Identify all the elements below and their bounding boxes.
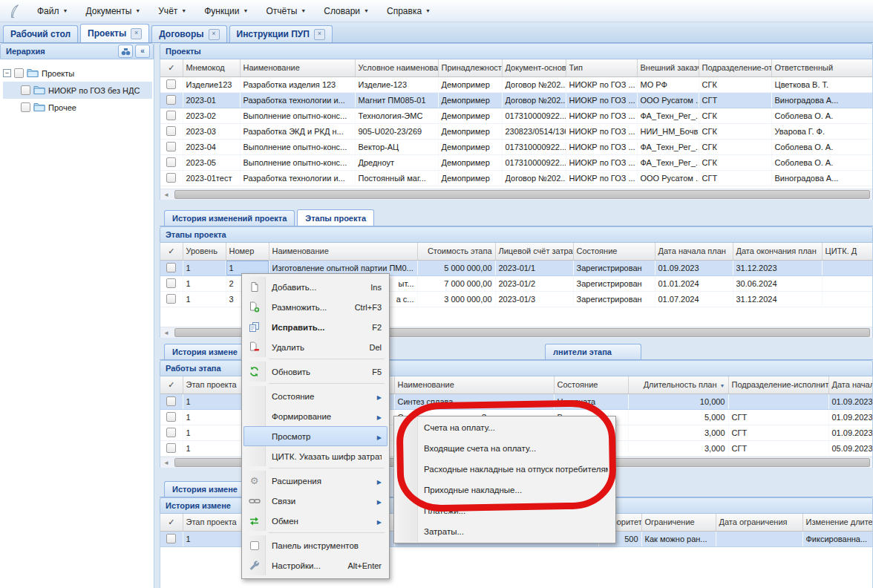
table-cell[interactable]: Демопример [438, 170, 502, 186]
table-cell[interactable]: 01.01.2024 [655, 275, 733, 291]
table-cell[interactable]: Демопример [438, 92, 502, 108]
tree-checkbox[interactable] [21, 102, 30, 112]
table-cell[interactable]: Демопример [438, 154, 502, 170]
table-cell[interactable] [716, 531, 802, 546]
row-checkbox[interactable] [166, 534, 176, 543]
table-cell[interactable]: Как можно ран... [641, 531, 716, 546]
column-header[interactable]: Уровень [183, 243, 226, 260]
menu-item[interactable]: Входящие счета на оплату... [396, 438, 614, 459]
table-cell[interactable]: Договор №202... [502, 170, 566, 186]
table-cell[interactable]: ФА_Техн_Рег_... [637, 139, 699, 154]
table-cell[interactable]: 1 [183, 260, 226, 275]
menu-item[interactable]: Добавить...Ins [243, 277, 388, 297]
table-row[interactable]: 2023-02Выполнение опытно-конс...Технолог… [160, 108, 873, 123]
menu-item[interactable]: Связи▶ [243, 491, 388, 511]
table-cell[interactable]: 3,000 [628, 425, 728, 440]
tree-node-other[interactable]: Прочее [3, 99, 152, 116]
scrollbar-thumb[interactable] [174, 190, 870, 199]
menu-item[interactable]: Размножить...Ctrl+F3 [243, 297, 388, 317]
table-cell[interactable]: Технология-ЭМС [355, 108, 438, 123]
table-cell[interactable] [822, 291, 873, 307]
table-cell[interactable]: 01.09.2023 [828, 425, 873, 440]
table-cell[interactable]: НИОКР по ГОЗ ... [566, 76, 637, 92]
tree-node-label[interactable]: НИОКР по ГОЗ без НДС [48, 86, 140, 95]
row-checkbox[interactable] [166, 278, 176, 288]
table-cell[interactable]: СГТ [728, 425, 828, 440]
column-header[interactable]: Дата начал [828, 376, 873, 393]
table-cell[interactable] [728, 393, 828, 409]
table-cell[interactable]: 7 000 000,00 [417, 275, 495, 291]
table-cell[interactable]: Виноградова А... [771, 92, 873, 108]
table-cell[interactable]: Соболева О. А. [771, 139, 873, 154]
column-header[interactable]: Принадлежность [438, 59, 502, 76]
table-cell[interactable]: Цветкова В. Т. [771, 76, 873, 92]
table-cell[interactable]: 01.09.2023 [655, 260, 733, 275]
table-cell[interactable]: Магнит ПМ085-01 [355, 92, 438, 108]
table-cell[interactable]: 2023-02 [183, 108, 240, 123]
row-checkbox[interactable] [166, 443, 176, 453]
table-cell[interactable]: Уварова Г. Ф. [771, 123, 873, 139]
tab-close-icon[interactable]: × [314, 29, 325, 40]
column-header[interactable]: ЦИТК. Д [822, 243, 873, 260]
menubar-item[interactable]: Отчёты▼ [257, 4, 315, 19]
table-cell[interactable]: Разработка ЭКД и РКД н... [240, 123, 355, 139]
table-cell[interactable]: 5,000 [628, 409, 728, 425]
menu-item[interactable]: Затраты... [396, 521, 614, 542]
table-cell[interactable]: Выполнение опытно-конс... [240, 108, 355, 123]
table-cell[interactable] [822, 275, 873, 291]
tab-desktop[interactable]: Рабочий стол [3, 25, 78, 42]
table-cell[interactable]: Изделие-123 [355, 76, 438, 92]
table-cell[interactable]: Синтез сплава [394, 393, 554, 409]
table-row[interactable]: 2023-04Выполнение опытно-конс...Вектор-А… [160, 139, 873, 154]
table-cell[interactable]: СГТ [728, 440, 828, 456]
menu-item[interactable]: Платежи... [396, 500, 614, 521]
select-all-header[interactable]: ✓ [160, 376, 183, 393]
table-cell[interactable]: ООО Русатом ... [637, 92, 699, 108]
table-cell[interactable]: 2023-01/1 [495, 260, 573, 275]
row-checkbox[interactable] [166, 173, 176, 183]
table-cell[interactable]: Разработка технологии и... [240, 92, 355, 108]
table-cell[interactable]: СГК [699, 139, 771, 154]
table-cell[interactable]: НИОКР по ГОЗ ... [566, 108, 637, 123]
column-header[interactable]: Наименование [269, 243, 417, 260]
table-cell[interactable]: Демопример [438, 108, 502, 123]
table-cell[interactable]: 017310000922... [502, 139, 566, 154]
table-cell[interactable]: Постоянный маг... [355, 170, 438, 186]
tree-checkbox[interactable] [14, 68, 24, 78]
menubar-item[interactable]: Функции▼ [195, 4, 257, 19]
table-cell[interactable]: НИОКР по ГОЗ ... [566, 123, 637, 139]
menu-item[interactable]: Панель инструментов [243, 535, 388, 555]
table-cell[interactable]: СГТ [699, 92, 771, 108]
column-header[interactable]: Стоимость этапа [417, 243, 495, 260]
column-header[interactable]: Состояние [573, 243, 655, 260]
table-cell[interactable]: Разработка изделия 123 [240, 76, 355, 92]
menu-item[interactable]: Формирование▶ [243, 406, 388, 426]
row-checkbox[interactable] [166, 412, 176, 422]
row-checkbox[interactable] [166, 428, 176, 437]
tab-close-icon[interactable]: × [131, 28, 142, 39]
column-header[interactable]: Тип [566, 59, 637, 76]
table-cell[interactable]: Договор №202... [502, 92, 566, 108]
table-cell[interactable]: 3 000 000,00 [417, 291, 495, 307]
table-cell[interactable]: СГК [699, 108, 771, 123]
table-cell[interactable]: Демопример [438, 123, 502, 139]
menu-item[interactable]: Исправить...F2 [243, 317, 388, 337]
menubar-item[interactable]: Словари▼ [315, 4, 378, 19]
table-cell[interactable]: Виноградова А... [771, 170, 873, 186]
row-checkbox[interactable] [166, 79, 176, 89]
tab-project-change-history[interactable]: История изменений проекта [164, 210, 295, 226]
table-cell[interactable]: 2023-01 [183, 92, 240, 108]
scroll-left-icon[interactable]: ◄ [160, 189, 172, 200]
table-cell[interactable]: 905-U020-23/269 [355, 123, 438, 139]
menu-item[interactable]: Приходные накладные... [396, 480, 614, 500]
menu-item[interactable]: ⚙Расширения▶ [243, 471, 388, 491]
row-checkbox[interactable] [166, 396, 176, 406]
table-cell[interactable]: 01.09.2023 [828, 393, 873, 409]
scroll-left-icon[interactable]: ◄ [160, 327, 172, 338]
table-cell[interactable]: Фиксированна... [802, 531, 873, 546]
column-header[interactable]: Лицевой счёт затрат. [495, 243, 573, 260]
table-cell[interactable]: НИОКР по ГОЗ ... [566, 154, 637, 170]
tree-node-label[interactable]: Прочее [48, 103, 76, 112]
tab-close-icon[interactable]: × [209, 29, 220, 40]
splitter[interactable] [154, 43, 160, 588]
